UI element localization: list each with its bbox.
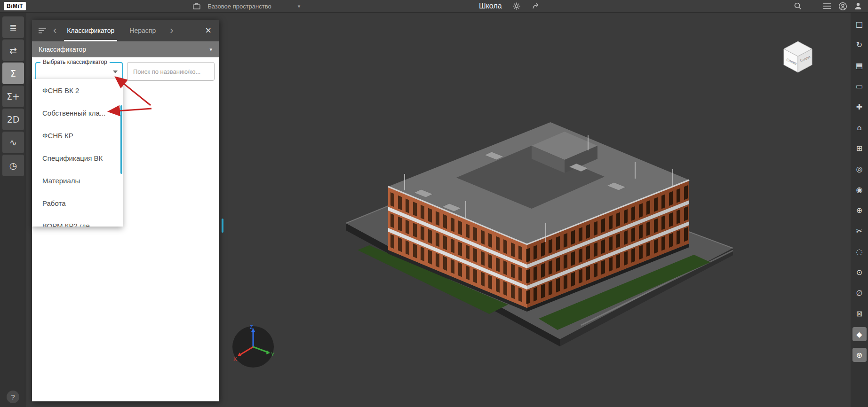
dropdown-option[interactable]: Собственный кла... [32,102,123,124]
dropdown-option[interactable]: ФСНБ ВК 2 [32,79,123,102]
measure-button[interactable]: ▭ [852,79,867,93]
view-tool-icon: □ [856,20,863,29]
user-icon[interactable] [853,1,863,11]
select-caret-icon [113,70,118,73]
project-title: Школа [479,2,502,10]
panel-menu-icon[interactable] [38,27,47,34]
view-tool-icon: ⊙ [856,268,862,277]
section-cut-button[interactable]: ✂ [852,224,867,238]
search-input[interactable] [127,68,214,75]
view-tool-icon: ↻ [856,40,862,49]
chevron-down-icon: ▾ [298,3,301,9]
classifier-select-label: Выбрать классификатор [40,59,110,65]
menu-list-icon[interactable] [822,1,832,11]
view-tool-icon: ▭ [856,82,863,91]
selection-button[interactable]: ◌ [852,244,867,258]
classifier-select[interactable]: Выбрать классификатор [35,62,123,81]
classifier-dropdown-menu: ФСНБ ВК 2 Собственный кла... ФСНБ КР Спе… [32,79,123,227]
top-bar: BiMiT Базовое пространство ▾ Школа [0,0,868,13]
left-toolbar: ≣ ⇄ Σ Σ+ 2D ∿ ◷ [0,12,26,407]
building-button[interactable]: ⌂ [852,120,867,134]
summary-plus-button[interactable]: Σ+ [2,86,24,107]
view-tool-icon: ⊕ [856,206,862,215]
section-title: Классификатор [39,46,86,53]
grid-button[interactable]: ⊞ [852,141,867,155]
hide-button[interactable]: ∅ [852,286,867,300]
tool-icon: ◷ [9,160,17,171]
briefcase-icon [191,1,202,11]
building-model[interactable] [343,122,739,348]
image-off-button[interactable]: ⊠ [852,306,867,321]
view-2d-button[interactable]: 2D [2,109,24,130]
dropdown-option[interactable]: ВОРМ КР2 где [32,214,123,227]
settings-gear-icon[interactable] [511,1,522,11]
view-cube[interactable]: Слева Сзади [778,37,818,76]
view-tool-icon: ◉ [856,185,863,194]
view-tool-icon: ⊞ [856,144,862,153]
bimit-logo: BiMiT [4,2,26,10]
application-window: BiMiT Базовое пространство ▾ Школа [0,0,868,407]
dropdown-scrollbar[interactable] [120,105,122,174]
tool-icon: ∿ [9,137,17,148]
close-panel-button[interactable]: × [202,24,214,37]
model-tree-button[interactable]: ≣ [2,16,24,38]
compass-button[interactable]: ⊛ [852,348,867,362]
gizmo-y-label: Y [271,352,275,357]
right-toolbar: □ ↻ ▤ ▭ ✚ ⌂ ⊞ ◎ ◉ ⊕ ✂ ◌ [851,12,868,407]
gizmo-z-label: Z [250,324,253,330]
help-button[interactable]: ? [7,391,19,403]
links-button[interactable]: ⇄ [2,39,24,61]
tool-icon: ⇄ [9,45,17,55]
tool-icon: Σ [10,68,16,78]
dropdown-option[interactable]: Спецификация ВК [32,147,123,169]
axes-gizmo[interactable]: X Y Z [230,323,277,370]
gizmo-x-label: X [233,356,237,362]
view-tool-icon: ◆ [856,330,862,339]
view-tool-icon: ✚ [856,102,862,111]
view-tool-icon: ◎ [856,164,863,173]
summary-button[interactable]: Σ [2,63,24,84]
view-tool-icon: ✂ [856,227,862,235]
tool-icon: Σ+ [7,91,20,102]
top-bar-actions [793,1,863,11]
layers-button[interactable]: ▤ [852,58,867,72]
tool-icon: 2D [7,114,20,125]
search-icon[interactable] [793,1,803,11]
panel-scrollbar[interactable] [222,219,223,233]
tool-icon: ≣ [9,22,17,32]
view-tool-icon: ⊛ [856,351,862,360]
view-tool-icon: ◌ [856,247,863,256]
dashboard-button[interactable]: ◷ [2,155,24,176]
chart-button[interactable]: ∿ [2,132,24,153]
share-icon[interactable] [531,1,542,11]
workspace-label: Базовое пространство [207,3,271,10]
tab-scroll-left-button[interactable]: ‹ [50,25,59,36]
classifier-section-header[interactable]: Классификатор ▾ [32,41,219,57]
search-field [127,62,215,81]
dropdown-option[interactable]: ФСНБ КР [32,124,123,147]
panel-header: ‹ Классификатор Нераспр › × [32,20,219,41]
point-button[interactable]: ◉ [852,182,867,196]
chevron-down-icon: ▾ [209,47,212,53]
workspace-selector[interactable]: Базовое пространство ▾ [191,1,300,11]
dropdown-option[interactable]: Работа [32,192,123,214]
show-button[interactable]: ⊙ [852,265,867,279]
orbit-button[interactable]: ↻ [852,38,867,52]
tab-unallocated[interactable]: Нераспр [122,20,163,41]
view-tool-icon: ⌂ [857,123,861,132]
shield-button[interactable]: ◆ [852,327,867,341]
view-tool-icon: ∅ [856,289,863,297]
tab-classifier[interactable]: Классификатор [59,20,122,41]
marker-button[interactable]: ⊕ [852,203,867,217]
focus-button[interactable]: ◎ [852,162,867,176]
view-tool-icon: ⊠ [856,309,862,318]
dropdown-option[interactable]: Материалы [32,169,123,192]
section-box-button[interactable]: □ [852,17,867,31]
project-header: Школа [479,0,542,12]
pin-button[interactable]: ✚ [852,100,867,114]
classifier-panel: ‹ Классификатор Нераспр › × Классификато… [32,20,219,401]
view-tool-icon: ▤ [856,61,863,70]
tab-scroll-right-button[interactable]: › [167,25,176,36]
account-circle-icon[interactable] [837,1,848,11]
